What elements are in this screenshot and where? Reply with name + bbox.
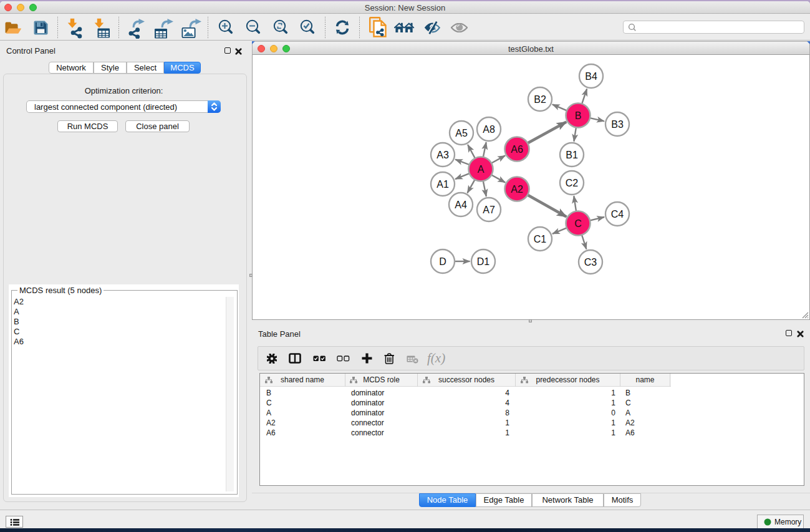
svg-text:B2: B2 — [534, 94, 546, 105]
svg-text:B3: B3 — [611, 119, 624, 130]
svg-text:A8: A8 — [483, 124, 495, 135]
svg-text:C3: C3 — [584, 257, 597, 268]
svg-text:B: B — [575, 110, 582, 121]
svg-text:A5: A5 — [455, 128, 468, 138]
svg-text:A7: A7 — [483, 205, 495, 215]
svg-text:C4: C4 — [611, 209, 624, 220]
svg-text:A4: A4 — [455, 200, 467, 210]
svg-text:D: D — [439, 256, 446, 267]
svg-text:A3: A3 — [436, 150, 449, 160]
svg-text:A1: A1 — [436, 179, 449, 190]
svg-text:B4: B4 — [585, 71, 597, 82]
svg-text:D1: D1 — [477, 256, 490, 267]
svg-text:C: C — [574, 218, 582, 229]
svg-text:C2: C2 — [566, 178, 579, 188]
svg-text:A2: A2 — [511, 184, 523, 195]
svg-text:A6: A6 — [511, 144, 523, 155]
svg-text:C1: C1 — [534, 234, 547, 244]
svg-text:A: A — [478, 164, 485, 175]
svg-text:B1: B1 — [566, 150, 578, 160]
